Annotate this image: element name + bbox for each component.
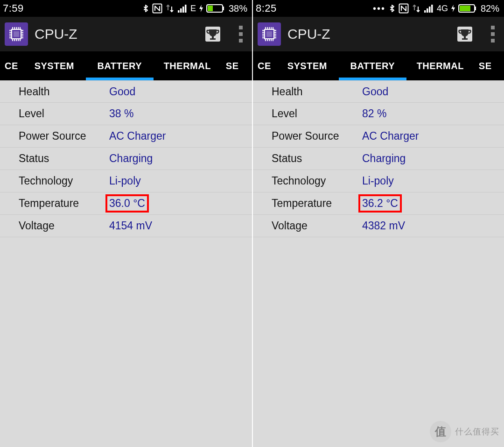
data-updown-icon — [165, 4, 175, 13]
svg-rect-3 — [182, 7, 184, 13]
row-label: Status — [272, 152, 360, 165]
nfc-icon — [152, 3, 162, 14]
svg-rect-31 — [212, 36, 214, 38]
nfc-icon — [399, 3, 409, 14]
row-label: Temperature — [19, 197, 107, 210]
row-label: Voltage — [272, 220, 360, 232]
watermark-text: 什么值得买 — [455, 426, 499, 437]
phone-screenshot-1: 7:59 E 38% CPU-Z — [0, 0, 252, 447]
row-label: Status — [19, 152, 107, 165]
app-bar: CPU-Z — [0, 17, 252, 51]
tab-system[interactable]: SYSTEM — [23, 51, 86, 80]
row-label: Health — [19, 85, 107, 98]
svg-rect-4 — [185, 5, 187, 13]
row-label: Voltage — [19, 220, 107, 232]
row-label: Health — [272, 85, 360, 98]
row-label: Technology — [272, 175, 360, 187]
bluetooth-icon — [142, 3, 149, 14]
battery-list[interactable]: Health Good Level 82 % Power Source AC C… — [253, 80, 504, 237]
list-row: Power Source AC Charger — [253, 125, 504, 148]
tab-system[interactable]: SYSTEM — [276, 51, 339, 80]
status-time: 8:25 — [256, 2, 277, 14]
list-row: Health Good — [0, 80, 252, 103]
overflow-menu-button[interactable] — [232, 23, 249, 45]
data-updown-icon — [412, 4, 421, 13]
list-row: Health Good — [253, 80, 504, 103]
row-value: AC Charger — [107, 129, 168, 143]
tab-bar[interactable]: CESYSTEMBATTERYTHERMALSE — [0, 51, 252, 80]
row-value: Li-poly — [107, 174, 143, 188]
svg-rect-40 — [460, 6, 470, 11]
battery-list[interactable]: Health Good Level 38 % Power Source AC C… — [0, 80, 252, 237]
charging-bolt-icon — [451, 5, 455, 12]
row-value: 82 % — [360, 106, 388, 121]
app-title: CPU-Z — [35, 26, 202, 42]
tab-bar[interactable]: CESYSTEMBATTERYTHERMALSE — [253, 51, 504, 80]
network-type-label: E — [190, 4, 196, 14]
status-time: 7:59 — [3, 2, 24, 14]
svg-rect-7 — [208, 6, 213, 11]
tab-thermal[interactable]: THERMAL — [406, 51, 474, 80]
row-label: Level — [272, 107, 360, 120]
trophy-button[interactable] — [202, 23, 224, 45]
app-bar: CPU-Z — [253, 17, 504, 51]
row-value: 36.0 °C — [107, 196, 147, 211]
svg-rect-42 — [266, 31, 272, 37]
battery-icon — [206, 4, 225, 13]
svg-rect-2 — [180, 8, 182, 13]
row-value: 4154 mV — [107, 219, 154, 233]
charging-bolt-icon — [199, 5, 203, 12]
overflow-menu-button[interactable] — [484, 23, 501, 45]
row-value: Good — [107, 85, 137, 99]
list-row: Level 38 % — [0, 103, 252, 125]
more-indicator-icon: ••• — [373, 4, 385, 13]
row-value: Good — [360, 85, 390, 99]
row-label: Power Source — [19, 130, 107, 142]
row-value: Charging — [107, 151, 154, 166]
signal-icon — [424, 4, 434, 13]
row-value: Charging — [360, 151, 407, 166]
watermark: 值 什么值得买 — [430, 421, 499, 442]
list-row: Status Charging — [0, 148, 252, 170]
list-row: Temperature 36.0 °C — [0, 192, 252, 215]
tab-edge-left[interactable]: CE — [0, 51, 23, 80]
row-value: Li-poly — [360, 174, 396, 188]
battery-percent: 38% — [229, 3, 247, 14]
svg-rect-1 — [178, 10, 180, 13]
row-value: 38 % — [107, 106, 135, 121]
svg-rect-65 — [462, 38, 468, 40]
cpu-app-icon — [258, 22, 281, 46]
row-value: AC Charger — [360, 129, 420, 143]
svg-rect-6 — [223, 7, 224, 10]
row-value: 4382 mV — [360, 219, 407, 233]
signal-icon — [177, 4, 188, 13]
list-row: Voltage 4382 mV — [253, 215, 504, 237]
tab-edge-right[interactable]: SE — [221, 51, 244, 80]
tab-thermal[interactable]: THERMAL — [154, 51, 221, 80]
tab-battery[interactable]: BATTERY — [339, 51, 406, 80]
svg-rect-36 — [429, 7, 431, 13]
battery-percent: 82% — [481, 3, 499, 14]
list-row: Power Source AC Charger — [0, 125, 252, 148]
status-bar: 7:59 E 38% — [0, 0, 252, 17]
battery-icon — [458, 4, 477, 13]
tab-edge-left[interactable]: CE — [253, 51, 276, 80]
svg-rect-39 — [475, 7, 476, 10]
row-label: Temperature — [272, 197, 360, 210]
svg-rect-64 — [464, 36, 466, 38]
list-row: Status Charging — [253, 148, 504, 170]
phone-screenshot-2: 8:25 ••• 4G 82% CPU-Z — [252, 0, 504, 447]
tab-edge-right[interactable]: SE — [474, 51, 497, 80]
trophy-button[interactable] — [454, 23, 476, 45]
watermark-badge-icon: 值 — [430, 421, 451, 442]
svg-rect-9 — [14, 31, 19, 37]
status-bar: 8:25 ••• 4G 82% — [253, 0, 504, 17]
list-row: Technology Li-poly — [253, 170, 504, 192]
list-row: Voltage 4154 mV — [0, 215, 252, 237]
svg-rect-32 — [210, 38, 216, 40]
bluetooth-icon — [388, 3, 396, 14]
svg-rect-34 — [424, 10, 426, 13]
svg-rect-37 — [431, 5, 433, 13]
cpu-app-icon — [5, 22, 28, 46]
tab-battery[interactable]: BATTERY — [86, 51, 154, 80]
